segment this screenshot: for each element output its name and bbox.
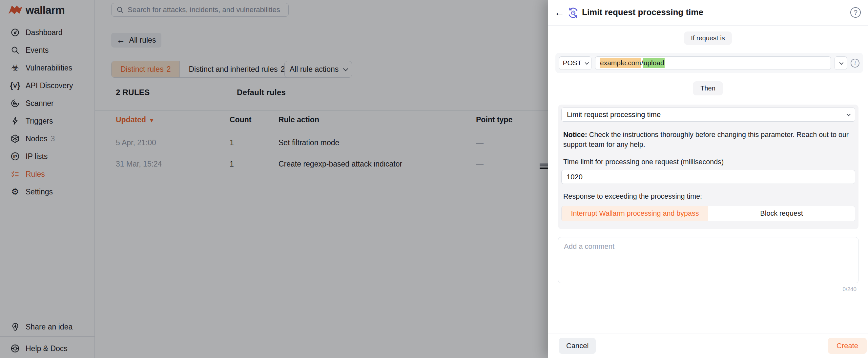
toggle-block-request[interactable]: Block request	[708, 206, 855, 221]
char-counter: 0/240	[548, 286, 857, 293]
toggle-interrupt-bypass[interactable]: Interrupt Wallarm processing and bypass	[562, 206, 708, 221]
response-toggle: Interrupt Wallarm processing and bypass …	[561, 206, 855, 221]
then-label: Then	[693, 81, 723, 95]
response-label: Response to exceeding the processing tim…	[563, 192, 853, 201]
chevron-down-icon	[847, 112, 851, 117]
drawer-title: Limit request processing time	[582, 7, 703, 18]
time-limit-input[interactable]	[561, 170, 855, 184]
drawer-footer: Cancel Create	[548, 333, 868, 358]
drawer-back-icon[interactable]: ←	[554, 6, 564, 19]
condition-row: POST example.com / upload i	[555, 53, 863, 73]
comment-textarea[interactable]	[558, 237, 859, 283]
chevron-down-icon	[585, 60, 589, 65]
create-button[interactable]: Create	[828, 338, 867, 354]
request-uri-input[interactable]: example.com / upload	[595, 56, 831, 70]
comment-section	[558, 237, 859, 285]
svg-text:⚙: ⚙	[570, 9, 576, 17]
notice-text: Notice: Check the instructions thoroughl…	[563, 130, 853, 150]
help-icon[interactable]: ?	[850, 7, 861, 18]
info-icon[interactable]: i	[850, 59, 860, 68]
if-request-is-label: If request is	[684, 31, 732, 45]
uri-host-token: example.com	[600, 58, 641, 68]
cancel-button[interactable]: Cancel	[559, 338, 596, 354]
notice-label: Notice:	[563, 131, 587, 139]
rule-type-select[interactable]: Limit request processing time	[561, 107, 855, 122]
uri-path-token: upload	[643, 58, 664, 68]
overlay-scrim[interactable]	[0, 0, 548, 358]
add-condition-dropdown[interactable]	[835, 56, 847, 70]
rule-action-panel: Limit request processing time Notice: Ch…	[558, 105, 859, 229]
rule-editor-drawer: ← ⚙ Limit request processing time ? If r…	[548, 0, 868, 358]
drawer-header: ← ⚙ Limit request processing time ?	[548, 0, 868, 26]
chevron-down-icon	[839, 60, 843, 65]
http-method-dropdown[interactable]: POST	[559, 56, 591, 70]
processing-gear-icon: ⚙	[567, 6, 579, 19]
time-limit-label: Time limit for processing one request (m…	[563, 158, 853, 166]
